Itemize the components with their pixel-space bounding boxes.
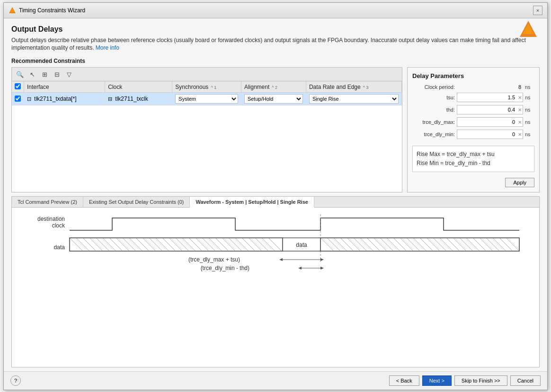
trce-max-label: trce_dly_max: <box>412 119 455 125</box>
clock-period-unit: ns <box>525 84 534 90</box>
thd-input[interactable] <box>457 107 523 113</box>
table-toolbar: 🔍 ↖ ⊞ ⊟ ▽ <box>12 68 402 81</box>
annotation2-text: (trce_dly_min - thd) <box>201 265 249 271</box>
tab-content: destination clock data <box>12 208 539 366</box>
thd-input-wrap: ✕ <box>457 105 523 114</box>
trce-max-input-wrap: ✕ <box>457 117 523 127</box>
dest-clock-signal <box>70 218 519 230</box>
trce-min-input[interactable] <box>457 131 523 137</box>
row-data-rate-edge-cell[interactable]: Single Rise Single Fall DDR <box>306 93 401 105</box>
add-button[interactable]: ⊞ <box>39 69 50 79</box>
interface-icon: ⊡ <box>27 96 31 102</box>
delay-params-panel: Delay Parameters Clock period: 8 ns tsu:… <box>407 67 540 192</box>
search-button[interactable]: 🔍 <box>15 69 25 79</box>
back-button[interactable]: < Back <box>389 375 419 386</box>
table-row[interactable]: ⊡ tlk2711_txdata[*] ⊟ tlk2711_txclk Sys <box>12 93 402 105</box>
row-checkbox[interactable] <box>15 96 21 102</box>
clock-period-value: 8 <box>457 84 523 90</box>
col-header-interface: Interface <box>24 81 105 93</box>
more-info-link[interactable]: More info <box>96 44 119 51</box>
tsu-unit: ns <box>525 95 534 100</box>
trce-min-unit: ns <box>525 131 534 137</box>
col-header-checkbox <box>12 81 24 93</box>
constraints-table: Interface Clock Synchronous ^ 1 <box>12 81 402 105</box>
alignment-select[interactable]: Setup/Hold Setup Hold <box>244 94 303 104</box>
annotation2-arrow-right <box>320 267 324 270</box>
trce-min-input-wrap: ✕ <box>457 130 523 139</box>
col-header-alignment[interactable]: Alignment ^ 2 <box>241 81 306 93</box>
tab-tcl-preview[interactable]: Tcl Command Preview (2) <box>12 197 83 207</box>
data-region-label: data <box>296 242 307 248</box>
tsu-clear-btn[interactable]: ✕ <box>518 95 522 100</box>
data-hatching-right <box>320 238 519 251</box>
title-bar-left: Timing Constraints Wizard <box>9 7 85 14</box>
tab-waveform[interactable]: Waveform - System | Setup/Hold | Single … <box>190 197 314 208</box>
tsu-row: tsu: ✕ ns <box>412 93 534 102</box>
trce-min-row: trce_dly_min: ✕ ns <box>412 130 534 139</box>
footer-right: < Back Next > Skip to Finish >> Cancel <box>389 375 541 386</box>
trce-max-unit: ns <box>525 119 534 125</box>
filter-button[interactable]: ▽ <box>64 69 74 79</box>
tsu-label: tsu: <box>412 95 455 100</box>
table-section: 🔍 ↖ ⊞ ⊟ ▽ <box>11 67 402 192</box>
apply-row: Apply <box>412 178 534 187</box>
col-header-synchronous[interactable]: Synchronous ^ 1 <box>172 81 241 93</box>
trce-max-input[interactable] <box>457 119 523 125</box>
section-label: Recommended Constraints <box>11 58 540 64</box>
row-alignment-cell[interactable]: Setup/Hold Setup Hold <box>241 93 306 105</box>
select-all-checkbox[interactable] <box>15 83 21 89</box>
window-title: Timing Constraints Wizard <box>19 7 85 14</box>
trce-max-clear-btn[interactable]: ✕ <box>518 120 522 125</box>
row-synchronous-cell[interactable]: System Source <box>172 93 241 105</box>
annotation2-arrow-left <box>298 267 302 270</box>
tsu-input[interactable] <box>457 95 523 100</box>
data-rate-select[interactable]: Single Rise Single Fall DDR <box>309 94 399 104</box>
annotation1-arrow-left <box>279 258 283 261</box>
trce-max-row: trce_dly_max: ✕ ns <box>412 117 534 127</box>
dest-clock-label: destination <box>37 216 65 222</box>
formula2: Rise Min = trce_dly_min - thd <box>417 159 530 168</box>
main-panel: 🔍 ↖ ⊞ ⊟ ▽ <box>11 67 540 192</box>
tabs-section: Tcl Command Preview (2) Existing Set Out… <box>11 196 540 367</box>
trce-min-clear-btn[interactable]: ✕ <box>518 132 522 137</box>
timing-constraints-dialog: Timing Constraints Wizard × Output Delay… <box>3 2 548 390</box>
close-button[interactable]: × <box>533 6 542 15</box>
tsu-input-wrap: ✕ <box>457 93 523 102</box>
skip-to-finish-button[interactable]: Skip to Finish >> <box>454 375 507 386</box>
table-container: Interface Clock Synchronous ^ 1 <box>12 81 402 105</box>
clock-icon: ⊟ <box>108 96 112 102</box>
row-clock-cell: ⊟ tlk2711_txclk <box>105 93 172 105</box>
col-header-clock: Clock <box>105 81 172 93</box>
cancel-button[interactable]: Cancel <box>510 375 541 386</box>
remove-button[interactable]: ⊟ <box>52 69 62 79</box>
apply-button[interactable]: Apply <box>505 178 534 187</box>
content-area: Output Delays Output delays describe rel… <box>4 18 547 371</box>
title-bar: Timing Constraints Wizard × <box>4 3 547 18</box>
thd-unit: ns <box>525 107 534 113</box>
footer: ? < Back Next > Skip to Finish >> Cancel <box>4 371 547 390</box>
vivado-logo <box>519 20 538 39</box>
col-header-data-rate-edge[interactable]: Data Rate and Edge ^ 3 <box>306 81 401 93</box>
dest-clock-label2: clock <box>52 222 65 229</box>
row-checkbox-cell <box>12 93 24 105</box>
formula-box: Rise Max = trce_dly_max + tsu Rise Min =… <box>412 146 534 172</box>
annotation1-text: (trce_dly_max + tsu) <box>188 256 240 263</box>
next-button[interactable]: Next > <box>422 375 452 386</box>
clock-period-row: Clock period: 8 ns <box>412 84 534 90</box>
app-icon <box>9 7 16 14</box>
trce-min-label: trce_dly_min: <box>412 131 455 137</box>
tab-existing-constraints[interactable]: Existing Set Output Delay Constraints (0… <box>83 197 190 207</box>
thd-label: thd: <box>412 107 455 113</box>
synchronous-select[interactable]: System Source <box>175 94 238 104</box>
cursor-button[interactable]: ↖ <box>27 69 37 79</box>
annotation1-arrow-right <box>320 258 324 261</box>
row-interface-cell: ⊡ tlk2711_txdata[*] <box>24 93 105 105</box>
thd-clear-btn[interactable]: ✕ <box>518 107 522 113</box>
formula1: Rise Max = trce_dly_max + tsu <box>417 150 530 159</box>
footer-left: ? <box>10 375 21 386</box>
tab-bar: Tcl Command Preview (2) Existing Set Out… <box>12 197 539 208</box>
waveform-svg: destination clock data <box>12 208 539 281</box>
clock-period-label: Clock period: <box>412 84 455 90</box>
data-label: data <box>54 244 65 251</box>
help-button[interactable]: ? <box>10 375 21 386</box>
